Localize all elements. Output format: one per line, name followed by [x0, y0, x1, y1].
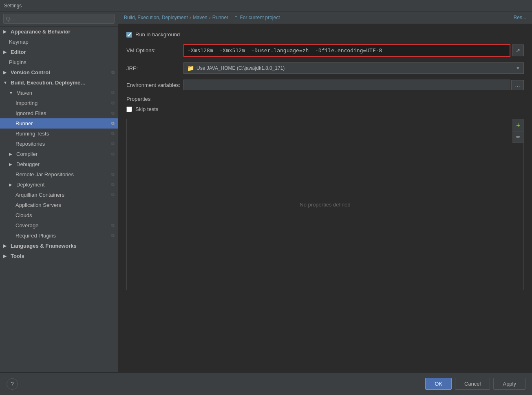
- expand-arrow-icon: ▶: [3, 254, 9, 258]
- external-link-icon: ⧉: [111, 182, 115, 187]
- bottom-bar: ? OK Cancel Apply: [0, 372, 532, 395]
- run-in-background-row: Run in background: [126, 31, 524, 38]
- edit-property-btn[interactable]: ✏: [513, 132, 523, 143]
- add-property-btn[interactable]: +: [513, 119, 523, 132]
- sidebar-item-version-control[interactable]: ▶ Version Control ⧉: [0, 67, 118, 78]
- chevron-down-icon: ▼: [516, 66, 520, 71]
- sidebar-item-languages[interactable]: ▶ Languages & Frameworks: [0, 241, 118, 251]
- title-bar: Settings: [0, 0, 532, 11]
- ok-button[interactable]: OK: [425, 378, 452, 390]
- external-link-icon: ⧉: [111, 100, 115, 106]
- sidebar-item-remote-jar[interactable]: Remote Jar Repositories ⧉: [0, 169, 118, 180]
- sidebar-item-runner[interactable]: Runner ⧉: [0, 118, 118, 129]
- skip-tests-label[interactable]: Skip tests: [135, 106, 158, 112]
- properties-toolbar: + ✏: [512, 119, 523, 143]
- external-link-icon: ⧉: [111, 192, 115, 198]
- sidebar-item-importing[interactable]: Importing ⧉: [0, 98, 118, 108]
- expand-arrow-icon: ▶: [9, 152, 15, 156]
- external-link-icon: ⧉: [111, 151, 115, 157]
- expand-arrow-icon: ▶: [9, 182, 15, 187]
- window-title: Settings: [4, 3, 22, 9]
- skip-tests-checkbox[interactable]: [126, 107, 132, 112]
- sidebar-item-editor[interactable]: ▶ Editor: [0, 47, 118, 57]
- breadcrumb: Build, Execution, Deployment › Maven › R…: [118, 11, 532, 24]
- expand-arrow-icon: ▶: [9, 162, 15, 166]
- jre-label: JRE:: [126, 65, 183, 71]
- help-button[interactable]: ?: [7, 378, 18, 390]
- expand-arrow-icon: ▶: [3, 70, 9, 75]
- expand-arrow-icon: ▶: [3, 29, 9, 34]
- vm-options-row: VM Options: ↗: [126, 44, 524, 57]
- no-properties-text: No properties defined: [300, 202, 350, 208]
- external-link-icon: ⧉: [111, 131, 115, 136]
- vm-options-expand-btn[interactable]: ↗: [512, 44, 524, 56]
- external-link-icon: ⧉: [111, 111, 115, 116]
- breadcrumb-part1: Build, Execution, Deployment: [124, 15, 188, 20]
- sidebar-item-keymap[interactable]: Keymap: [0, 37, 118, 47]
- properties-section: Properties Skip tests + ✏ No properties …: [126, 96, 524, 290]
- expand-arrow-icon: ▶: [3, 244, 9, 248]
- env-vars-more-btn[interactable]: …: [511, 80, 524, 90]
- apply-button[interactable]: Apply: [493, 378, 525, 390]
- external-link-icon: ⧉: [111, 121, 115, 126]
- sidebar: ▶ Appearance & Behavior Keymap ▶ Editor …: [0, 11, 118, 372]
- breadcrumb-part3: Runner: [212, 15, 228, 20]
- env-vars-label: Environment variables:: [126, 82, 183, 88]
- vm-options-label: VM Options:: [126, 47, 183, 53]
- sidebar-item-plugins[interactable]: Plugins: [0, 57, 118, 67]
- properties-table: + ✏ No properties defined: [126, 119, 524, 290]
- properties-title: Properties: [126, 96, 524, 102]
- vm-options-input[interactable]: [183, 44, 510, 57]
- sidebar-item-arquillian[interactable]: Arquillian Containers ⧉: [0, 190, 118, 200]
- sidebar-item-coverage[interactable]: Coverage ⧉: [0, 220, 118, 231]
- expand-arrow-icon: ▶: [3, 50, 9, 54]
- content-area: Run in background VM Options: ↗ JRE: 📁 U…: [118, 24, 532, 372]
- sidebar-item-appearance[interactable]: ▶ Appearance & Behavior: [0, 27, 118, 37]
- sidebar-item-repositories[interactable]: Repositories ⧉: [0, 139, 118, 149]
- search-input[interactable]: [3, 14, 115, 24]
- jre-selector[interactable]: 📁 Use JAVA_HOME (C:\java\jdk1.8.0_171) ▼: [183, 62, 524, 74]
- sidebar-item-deployment[interactable]: ▶ Deployment ⧉: [0, 180, 118, 190]
- sidebar-item-running-tests[interactable]: Running Tests ⧉: [0, 129, 118, 139]
- expand-arrow-icon: ▼: [3, 80, 9, 85]
- breadcrumb-sep2: ›: [209, 15, 211, 20]
- sidebar-item-maven[interactable]: ▼ Maven ⧉: [0, 88, 118, 98]
- breadcrumb-part2: Maven: [193, 15, 208, 20]
- breadcrumb-for-project: 🗒 For current project: [234, 15, 280, 20]
- sidebar-item-debugger[interactable]: ▶ Debugger: [0, 159, 118, 169]
- env-vars-input[interactable]: [183, 80, 510, 90]
- sidebar-item-ignored-files[interactable]: Ignored Files ⧉: [0, 108, 118, 118]
- skip-tests-row: Skip tests: [126, 106, 524, 112]
- sidebar-item-clouds[interactable]: Clouds: [0, 210, 118, 220]
- sidebar-item-required-plugins[interactable]: Required Plugins ⧉: [0, 231, 118, 241]
- env-vars-row: Environment variables: …: [126, 80, 524, 90]
- jre-row: JRE: 📁 Use JAVA_HOME (C:\java\jdk1.8.0_1…: [126, 62, 524, 74]
- cancel-button[interactable]: Cancel: [455, 378, 490, 390]
- folder-icon: 📁: [187, 65, 194, 71]
- sidebar-item-app-servers[interactable]: Application Servers: [0, 200, 118, 210]
- sidebar-item-compiler[interactable]: ▶ Compiler ⧉: [0, 149, 118, 159]
- reset-link[interactable]: Res...: [514, 15, 526, 20]
- run-in-background-label[interactable]: Run in background: [135, 31, 180, 38]
- breadcrumb-sep1: ›: [190, 15, 191, 20]
- main-content: Build, Execution, Deployment › Maven › R…: [118, 11, 532, 372]
- sidebar-item-tools[interactable]: ▶ Tools: [0, 251, 118, 261]
- external-link-icon: ⧉: [111, 141, 115, 146]
- sidebar-item-build-exec[interactable]: ▼ Build, Execution, Deployme…: [0, 78, 118, 88]
- run-in-background-checkbox[interactable]: [126, 32, 132, 38]
- external-link-icon: ⧉: [111, 90, 115, 95]
- expand-arrow-icon: ▼: [9, 91, 15, 95]
- external-link-icon: ⧉: [111, 70, 115, 75]
- external-link-icon: ⧉: [111, 223, 115, 228]
- jre-value: Use JAVA_HOME (C:\java\jdk1.8.0_171): [196, 65, 285, 71]
- external-link-icon: ⧉: [111, 172, 115, 177]
- external-link-icon: ⧉: [111, 233, 115, 238]
